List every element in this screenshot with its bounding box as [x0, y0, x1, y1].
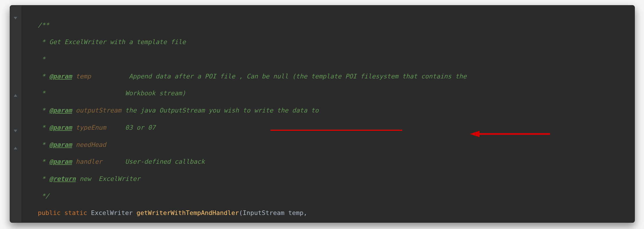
javadoc-return-desc: new ExcelWriter: [76, 175, 140, 182]
code-area[interactable]: /** * Get ExcelWriter with a template fi…: [21, 5, 635, 222]
javadoc-line: * Get ExcelWriter with a template file: [38, 38, 186, 46]
keyword-static: static: [64, 209, 87, 216]
javadoc-open: /**: [38, 21, 49, 29]
param-type: InputStream: [243, 209, 284, 216]
javadoc-param-name: handler: [76, 158, 102, 165]
javadoc-param-tag: @param: [49, 73, 72, 80]
editor-card: /** * Get ExcelWriter with a template fi…: [10, 5, 635, 223]
fold-close-icon[interactable]: [13, 93, 18, 98]
javadoc-param-tag: @param: [49, 141, 72, 148]
javadoc-line: * Workbook stream): [38, 90, 186, 97]
javadoc-param-desc: 03 or 07: [106, 124, 155, 131]
javadoc-param-tag: @param: [49, 107, 72, 114]
javadoc-param-name: temp: [76, 73, 91, 80]
keyword-public: public: [38, 209, 60, 216]
fold-close-icon[interactable]: [13, 146, 18, 150]
fold-open-icon[interactable]: [13, 129, 18, 133]
javadoc-param-name: outputStream: [76, 107, 121, 114]
javadoc-return-tag: @return: [49, 175, 76, 182]
editor: /** * Get ExcelWriter with a template fi…: [10, 5, 635, 222]
javadoc-param-name: needHead: [76, 141, 106, 148]
javadoc-star: *: [38, 56, 46, 63]
fold-open-icon[interactable]: [13, 16, 18, 20]
javadoc-close: */: [38, 192, 49, 200]
return-type: ExcelWriter: [91, 209, 133, 216]
svg-marker-1: [470, 131, 480, 137]
javadoc-param-desc: the java OutputStream you wish to write …: [121, 107, 319, 114]
param-name: temp: [288, 209, 303, 216]
javadoc-param-tag: @param: [49, 158, 72, 165]
javadoc-param-desc: User-defined callback: [102, 158, 205, 165]
gutter: [10, 5, 21, 222]
javadoc-param-desc: Append data after a POI file , Can be nu…: [91, 73, 466, 80]
method-name: getWriterWithTempAndHandler: [136, 209, 239, 216]
javadoc-param-name: typeEnum: [76, 124, 106, 131]
javadoc-param-tag: @param: [49, 124, 72, 131]
